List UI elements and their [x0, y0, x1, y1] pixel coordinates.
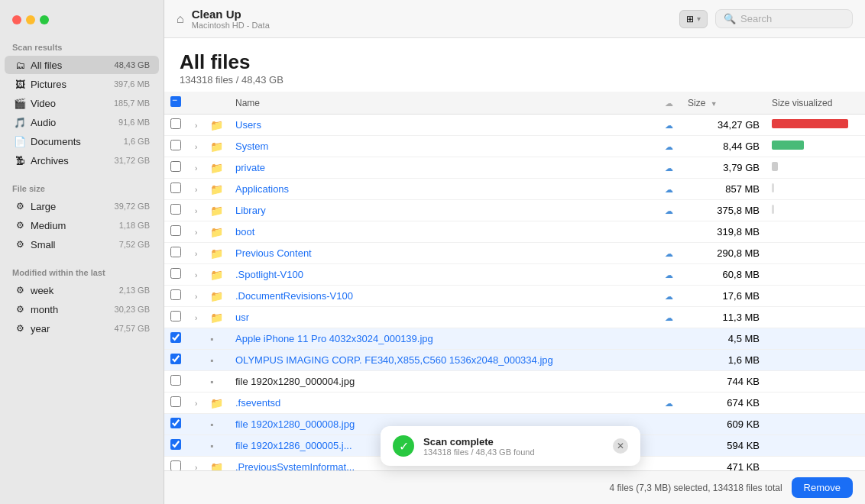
- file-name-cell[interactable]: .Spotlight-V100: [229, 264, 659, 286]
- file-name-cell[interactable]: System: [229, 136, 659, 157]
- row-checkbox[interactable]: [170, 204, 181, 215]
- sidebar-item-small[interactable]: ⚙ Small 7,52 GB: [5, 235, 159, 254]
- sidebar-item-all-files[interactable]: 🗂 All files 48,43 GB: [5, 56, 159, 74]
- table-row[interactable]: › 📁 private ☁ 3,79 GB: [164, 157, 865, 179]
- sidebar-item-audio[interactable]: 🎵 Audio 91,6 MB: [5, 113, 159, 131]
- file-name-cell[interactable]: Previous Content: [229, 243, 659, 264]
- row-checkbox[interactable]: [170, 375, 181, 386]
- sidebar-item-year[interactable]: ⚙ year 47,57 GB: [5, 319, 159, 338]
- expand-button[interactable]: ›: [195, 143, 197, 151]
- row-checkbox[interactable]: [170, 161, 181, 172]
- row-checkbox[interactable]: [170, 460, 181, 470]
- row-checkbox[interactable]: [170, 332, 181, 343]
- expand-button[interactable]: ›: [195, 186, 197, 194]
- table-row[interactable]: › 📁 Previous Content ☁ 290,8 MB: [164, 243, 865, 264]
- expand-button[interactable]: ›: [195, 121, 197, 130]
- th-size[interactable]: Size ▼: [682, 92, 766, 115]
- checkbox-cell[interactable]: [164, 264, 189, 286]
- file-name-cell[interactable]: usr: [229, 307, 659, 328]
- table-row[interactable]: ▪ file 1920x1280_000004.jpg 744 KB: [164, 371, 865, 393]
- checkbox-cell[interactable]: [164, 414, 189, 435]
- sidebar-item-pictures[interactable]: 🖼 Pictures 397,6 MB: [5, 75, 159, 93]
- expand-cell[interactable]: [189, 371, 204, 393]
- checkbox-cell[interactable]: [164, 328, 189, 350]
- th-name[interactable]: Name: [229, 92, 659, 115]
- row-checkbox[interactable]: [170, 396, 181, 407]
- table-row[interactable]: › 📁 .Spotlight-V100 ☁ 60,8 MB: [164, 264, 865, 286]
- table-row[interactable]: ▪ OLYMPUS IMAGING CORP. FE340,X855,C560 …: [164, 350, 865, 371]
- search-box[interactable]: 🔍: [715, 9, 853, 28]
- file-name-cell[interactable]: .DocumentRevisions-V100: [229, 286, 659, 307]
- expand-button[interactable]: ›: [195, 228, 197, 237]
- expand-cell[interactable]: [189, 350, 204, 371]
- maximize-button[interactable]: [40, 15, 49, 24]
- sidebar-item-medium[interactable]: ⚙ Medium 1,18 GB: [5, 216, 159, 234]
- remove-button[interactable]: Remove: [792, 477, 853, 498]
- file-name-cell[interactable]: Users: [229, 115, 659, 136]
- row-checkbox[interactable]: [170, 418, 181, 428]
- expand-cell[interactable]: [189, 435, 204, 457]
- sidebar-item-week[interactable]: ⚙ week 2,13 GB: [5, 281, 159, 299]
- expand-cell[interactable]: ›: [189, 179, 204, 200]
- file-name-cell[interactable]: .fseventsd: [229, 393, 659, 414]
- file-name-cell[interactable]: Library: [229, 200, 659, 221]
- expand-button[interactable]: ›: [195, 250, 197, 258]
- view-toggle-button[interactable]: ⊞ ▾: [679, 10, 708, 28]
- expand-cell[interactable]: ›: [189, 264, 204, 286]
- checkbox-cell[interactable]: [164, 221, 189, 243]
- row-checkbox[interactable]: [170, 247, 181, 257]
- expand-cell[interactable]: [189, 328, 204, 350]
- checkbox-cell[interactable]: [164, 243, 189, 264]
- expand-button[interactable]: ›: [195, 271, 197, 279]
- expand-cell[interactable]: ›: [189, 136, 204, 157]
- checkbox-cell[interactable]: [164, 179, 189, 200]
- file-name-cell[interactable]: private: [229, 157, 659, 179]
- row-checkbox[interactable]: [170, 289, 181, 300]
- row-checkbox[interactable]: [170, 118, 181, 129]
- close-button[interactable]: [12, 15, 21, 24]
- sidebar-item-video[interactable]: 🎬 Video 185,7 MB: [5, 94, 159, 112]
- checkbox-cell[interactable]: [164, 393, 189, 414]
- checkbox-cell[interactable]: [164, 200, 189, 221]
- file-name-cell[interactable]: OLYMPUS IMAGING CORP. FE340,X855,C560 15…: [229, 350, 659, 371]
- sidebar-item-month[interactable]: ⚙ month 30,23 GB: [5, 300, 159, 318]
- table-row[interactable]: › 📁 System ☁ 8,44 GB: [164, 136, 865, 157]
- expand-button[interactable]: ›: [195, 399, 197, 408]
- expand-cell[interactable]: ›: [189, 286, 204, 307]
- expand-button[interactable]: ›: [195, 207, 197, 215]
- file-name-cell[interactable]: Apple iPhone 11 Pro 4032x3024_000139.jpg: [229, 328, 659, 350]
- checkbox-cell[interactable]: [164, 286, 189, 307]
- checkbox-cell[interactable]: [164, 157, 189, 179]
- expand-cell[interactable]: ›: [189, 307, 204, 328]
- expand-cell[interactable]: ›: [189, 243, 204, 264]
- expand-button[interactable]: ›: [195, 292, 197, 301]
- table-row[interactable]: › 📁 usr ☁ 11,3 MB: [164, 307, 865, 328]
- row-checkbox[interactable]: [170, 311, 181, 321]
- file-table-wrap[interactable]: Name ☁ Size ▼ Size visualized › 📁: [164, 92, 865, 470]
- checkbox-cell[interactable]: [164, 371, 189, 393]
- sidebar-item-large[interactable]: ⚙ Large 39,72 GB: [5, 197, 159, 215]
- sidebar-item-documents[interactable]: 📄 Documents 1,6 GB: [5, 132, 159, 150]
- checkbox-cell[interactable]: [164, 307, 189, 328]
- table-row[interactable]: › 📁 Users ☁ 34,27 GB: [164, 115, 865, 136]
- expand-button[interactable]: ›: [195, 464, 197, 470]
- table-row[interactable]: › 📁 Applications ☁ 857 MB: [164, 179, 865, 200]
- expand-cell[interactable]: ›: [189, 393, 204, 414]
- checkbox-cell[interactable]: [164, 136, 189, 157]
- checkbox-cell[interactable]: [164, 350, 189, 371]
- table-row[interactable]: › 📁 Library ☁ 375,8 MB: [164, 200, 865, 221]
- table-row[interactable]: › 📁 .DocumentRevisions-V100 ☁ 17,6 MB: [164, 286, 865, 307]
- home-button[interactable]: ⌂: [177, 12, 184, 26]
- minimize-button[interactable]: [26, 15, 35, 24]
- row-checkbox[interactable]: [170, 439, 181, 450]
- row-checkbox[interactable]: [170, 225, 181, 236]
- toast-close-button[interactable]: ✕: [613, 438, 628, 454]
- expand-cell[interactable]: ›: [189, 221, 204, 243]
- table-row[interactable]: › 📁 .fseventsd ☁ 674 KB: [164, 393, 865, 414]
- file-name-cell[interactable]: Applications: [229, 179, 659, 200]
- checkbox-cell[interactable]: [164, 435, 189, 457]
- expand-cell[interactable]: ›: [189, 157, 204, 179]
- table-row[interactable]: › 📁 boot 319,8 MB: [164, 221, 865, 243]
- expand-cell[interactable]: [189, 414, 204, 435]
- row-checkbox[interactable]: [170, 354, 181, 364]
